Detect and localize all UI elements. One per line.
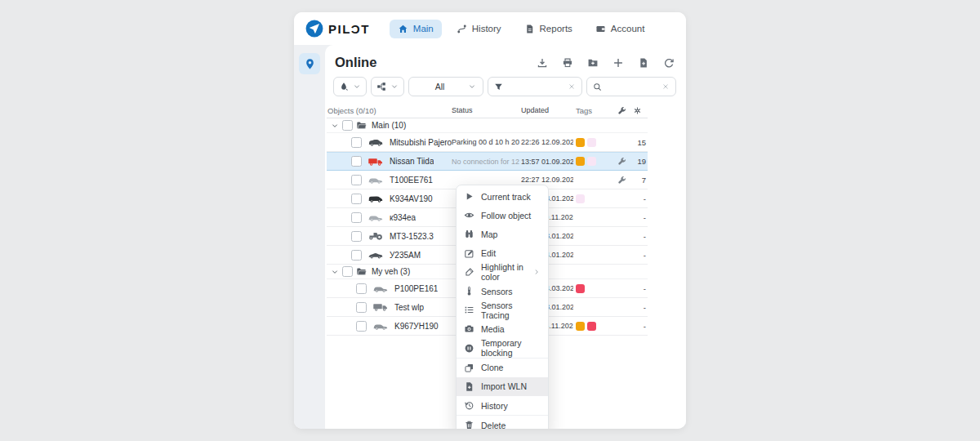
- app-header: PILƆT MainHistoryReportsAccount: [294, 12, 686, 45]
- wallet-icon: [595, 24, 606, 34]
- object-name: к934еа: [390, 213, 416, 222]
- object-name: T100EE761: [390, 176, 433, 185]
- eye-icon: [464, 210, 474, 220]
- object-name: K967УН190: [394, 322, 439, 331]
- download-button[interactable]: [537, 57, 548, 69]
- row-checkbox[interactable]: [351, 175, 362, 185]
- updated-column-header[interactable]: Updated: [521, 106, 573, 114]
- table-row[interactable]: Nissan TiidaNo connection for 12 day13:5…: [327, 152, 648, 171]
- menu-item-label: Media: [481, 324, 505, 334]
- plus-button[interactable]: [612, 57, 624, 69]
- row-checkbox[interactable]: [351, 212, 362, 223]
- sensor-icon: [464, 286, 474, 296]
- tab-reports[interactable]: Reports: [516, 20, 581, 38]
- menu-item-current-track[interactable]: Current track: [457, 187, 548, 206]
- menu-item-follow-object[interactable]: Follow object: [457, 206, 548, 225]
- object-name: Nissan Tiida: [390, 157, 434, 166]
- map-pin-button[interactable]: [299, 53, 320, 74]
- search-input[interactable]: [606, 81, 657, 92]
- object-count: 15: [629, 138, 648, 147]
- tree-view-dropdown[interactable]: [371, 77, 404, 96]
- menu-item-temporary-blocking[interactable]: Temporary blocking: [457, 339, 548, 358]
- tab-main[interactable]: Main: [390, 20, 442, 38]
- file-plus-button[interactable]: [638, 57, 649, 69]
- refresh-button[interactable]: [663, 57, 675, 69]
- tags-column-header[interactable]: Tags: [573, 106, 614, 115]
- tab-label: History: [472, 24, 501, 33]
- clear-icon[interactable]: [568, 82, 576, 91]
- color-filter-dropdown[interactable]: [333, 77, 367, 96]
- vehicle-tractor-icon: [368, 231, 384, 241]
- folder-plus-icon: [587, 57, 599, 69]
- row-checkbox[interactable]: [351, 156, 362, 167]
- edit-icon: [464, 248, 474, 259]
- object-name: P100PE161: [394, 284, 438, 293]
- menu-item-media[interactable]: Media: [457, 319, 548, 338]
- row-checkbox[interactable]: [351, 231, 362, 242]
- object-wrench: [614, 176, 629, 185]
- object-count: 7: [629, 176, 648, 185]
- group-checkbox[interactable]: [342, 120, 353, 131]
- chevron-down-icon: [331, 268, 339, 276]
- object-count: 19: [629, 157, 648, 166]
- menu-item-sensors[interactable]: Sensors: [457, 282, 548, 301]
- print-icon: [562, 57, 573, 69]
- filter-row: All: [325, 75, 686, 103]
- group-checkbox[interactable]: [342, 266, 353, 277]
- object-wrench: [614, 157, 629, 166]
- status-column-header[interactable]: Status: [452, 106, 521, 114]
- tab-label: Account: [611, 24, 645, 33]
- menu-item-sensors-tracing[interactable]: Sensors Tracing: [457, 301, 548, 319]
- object-tags: [573, 138, 614, 147]
- menu-item-clone[interactable]: Clone: [457, 359, 548, 377]
- row-checkbox[interactable]: [351, 250, 362, 261]
- menu-item-label: History: [481, 401, 508, 411]
- group-row-main-10[interactable]: Main (10): [327, 118, 648, 133]
- marker-icon: [464, 267, 474, 278]
- print-button[interactable]: [562, 57, 573, 69]
- row-checkbox[interactable]: [356, 321, 367, 332]
- history-icon: [464, 400, 474, 411]
- object-name: Mitsubishi Pajero: [390, 138, 452, 147]
- menu-item-highlight-in-color[interactable]: Highlight in color: [457, 263, 548, 282]
- tag-swatch-red: [576, 284, 585, 293]
- refresh-icon: [663, 57, 675, 69]
- chevron-down-icon: [331, 122, 339, 130]
- route-icon: [457, 24, 467, 34]
- object-name: У235AM: [390, 251, 421, 260]
- menu-item-map[interactable]: Map: [457, 225, 548, 243]
- row-checkbox[interactable]: [356, 302, 367, 313]
- group-filter-select[interactable]: All: [408, 77, 483, 96]
- tab-history[interactable]: History: [448, 20, 510, 38]
- tab-account[interactable]: Account: [587, 20, 653, 38]
- folder-plus-button[interactable]: [587, 57, 599, 69]
- home-icon: [398, 24, 408, 34]
- object-count: -: [629, 303, 648, 312]
- wrench-column-header[interactable]: [614, 106, 629, 115]
- status-filter-input[interactable]: [507, 81, 564, 92]
- row-checkbox[interactable]: [351, 194, 362, 204]
- menu-item-import-wln[interactable]: Import WLN: [457, 377, 548, 396]
- objects-column-header[interactable]: Objects (0/10): [327, 106, 452, 115]
- menu-item-edit[interactable]: Edit: [457, 244, 548, 263]
- gear-column-header[interactable]: [629, 106, 648, 115]
- wrench-icon: [617, 106, 626, 115]
- object-name: K934AV190: [390, 194, 433, 203]
- logo-icon: [305, 20, 323, 38]
- menu-item-delete[interactable]: Delete: [457, 416, 548, 429]
- clear-icon[interactable]: [662, 82, 670, 91]
- list-icon: [464, 305, 474, 315]
- location-pin-icon: [304, 58, 316, 70]
- tree-view-icon: [376, 82, 386, 91]
- object-count: -: [629, 251, 648, 260]
- group-filter-value: All: [435, 82, 445, 91]
- object-count: -: [629, 213, 648, 222]
- menu-item-history[interactable]: History: [457, 396, 548, 415]
- play-icon: [464, 191, 474, 202]
- row-checkbox[interactable]: [351, 137, 362, 148]
- search-field: [586, 77, 676, 96]
- table-row[interactable]: Mitsubishi PajeroParking 00 d 10 h 20 mi…: [327, 133, 648, 152]
- online-panel: Online All: [325, 45, 686, 429]
- table-header: Objects (0/10) Status Updated Tags: [327, 103, 648, 118]
- row-checkbox[interactable]: [356, 283, 367, 294]
